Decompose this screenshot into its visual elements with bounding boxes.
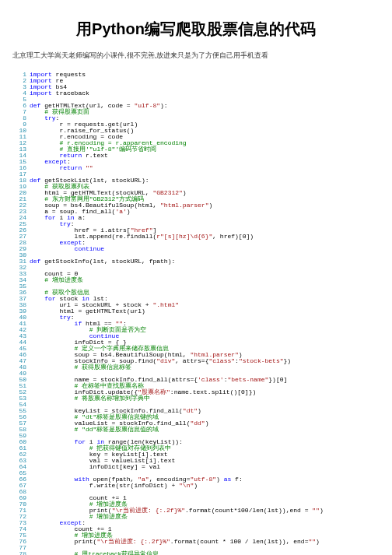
code-content: def getStockInfo(lst, stockURL, fpath): (30, 258, 380, 265)
code-line: 64 infoDict[key] = val (12, 464, 380, 470)
line-number: 5 (12, 97, 30, 103)
line-number: 7 (12, 109, 30, 115)
code-line: 16 return "" (12, 165, 380, 171)
code-line: 1import requests (12, 72, 380, 78)
code-content: for i in a: (30, 215, 380, 221)
code-content: # 获得股票信息标签 (30, 364, 380, 371)
code-content: # "dd"标签是股票信息值的域 (30, 427, 380, 433)
code-line: 58 # "dd"标签是股票信息值的域 (12, 427, 380, 433)
code-content: # 用traceback获得异常信息 (30, 551, 380, 555)
code-content: continue (30, 246, 380, 252)
line-number: 1 (12, 72, 30, 78)
code-content: return "" (30, 165, 380, 171)
code-line: 34 # 增加进度条 (12, 277, 380, 283)
code-line: 67 f.write(str(infoDict) + "\n") (12, 483, 380, 489)
code-content: import traceback (30, 90, 380, 97)
code-line: 4import traceback (12, 90, 380, 97)
line-number: 4 (12, 90, 30, 97)
code-line: 76 print("\r当前进度: {:.2f}%".format(count … (12, 539, 380, 545)
line-number: 8 (12, 115, 30, 121)
line-number: 3 (12, 84, 30, 90)
code-line: 7 # 获得股票页面 (12, 109, 380, 115)
code-content: f.write(str(infoDict) + "\n") (30, 483, 380, 489)
code-content (30, 265, 380, 271)
code-content: print("\r当前进度: {:.2f}%".format(count * 1… (30, 539, 380, 545)
code-line: 2import re (12, 78, 380, 84)
code-line: 53 # 将股票名称增加到字典中 (12, 395, 380, 402)
code-content: import requests (30, 72, 380, 78)
code-content: infoDict[key] = val (30, 464, 380, 470)
code-line: 78 # 用traceback获得异常信息 (12, 551, 380, 555)
line-number: 2 (12, 78, 30, 84)
code-line: 48 # 获得股票信息标签 (12, 364, 380, 371)
page-title: 用Python编写爬取股票信息的代码 (12, 19, 380, 40)
code-line: 31def getStockInfo(lst, stockURL, fpath)… (12, 258, 380, 265)
code-content: return r.text (30, 153, 380, 159)
line-number: 6 (12, 103, 30, 109)
code-content: # 获得股票页面 (30, 109, 380, 115)
code-content: import re (30, 78, 380, 84)
code-content: # 将股票名称增加到字典中 (30, 395, 380, 402)
subtitle: 北京理工大学嵩天老师编写的小课件,很不完善,放进来只是为了方便自己用手机查看 (12, 51, 380, 61)
code-line: 29 continue (12, 246, 380, 252)
line-number: 78 (12, 551, 30, 555)
code-content: html = getHTMLText(url) (30, 308, 380, 314)
code-block: 1import requests2import re3import bs44im… (12, 72, 380, 555)
code-content: # 增加进度条 (30, 277, 380, 283)
